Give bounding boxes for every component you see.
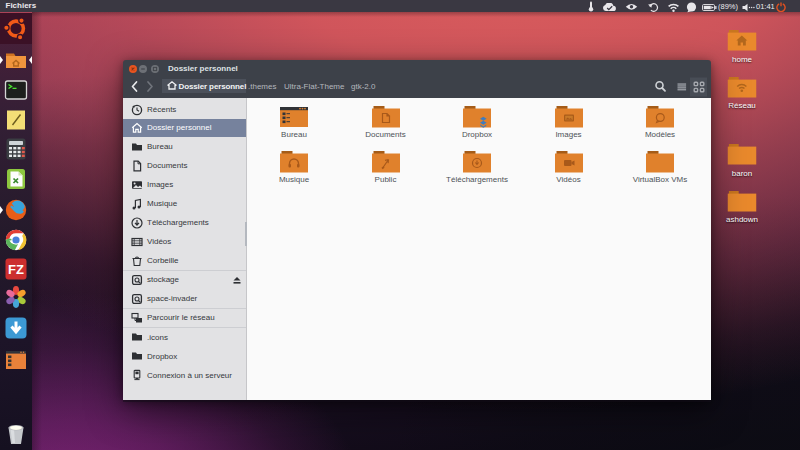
svg-text:FZ: FZ — [8, 262, 24, 277]
